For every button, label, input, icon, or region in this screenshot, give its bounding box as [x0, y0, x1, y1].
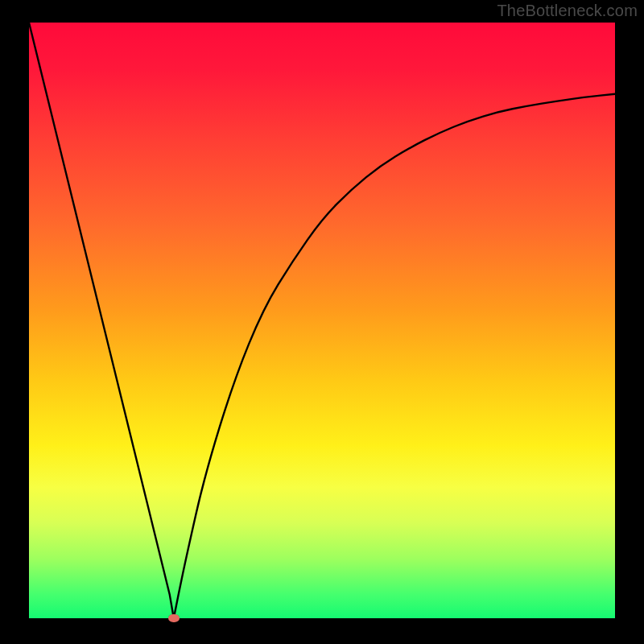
- plot-area: [29, 23, 615, 618]
- bottleneck-curve: [29, 23, 615, 618]
- minimum-marker-icon: [168, 614, 180, 622]
- watermark-text: TheBottleneck.com: [497, 2, 638, 20]
- chart-frame: TheBottleneck.com: [0, 0, 644, 644]
